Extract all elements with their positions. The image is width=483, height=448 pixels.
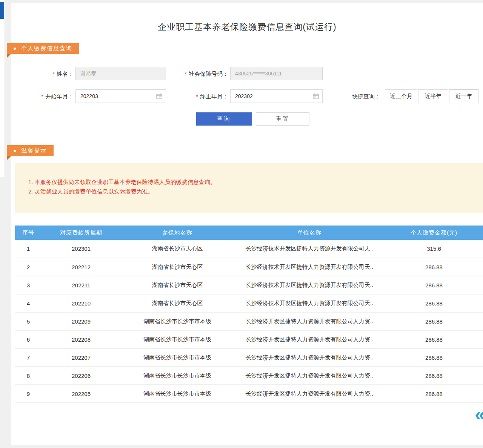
quick-last-3-months-button[interactable]: 近三个月 [385,89,417,103]
quick-query-label: 快捷查询： [352,93,380,100]
cell-amount: 286.88 [385,385,483,403]
cell-amount: 286.88 [385,367,483,385]
cell-period: 202205 [42,385,121,403]
required-asterisk: * [185,71,187,77]
table-row: 1202301湖南省长沙市天心区长沙经济技术开发区捷特人力资源开发有限公司天..… [15,240,483,258]
cell-amount: 315.6 [385,240,483,258]
cell-amount: 286.88 [385,330,483,348]
ribbon-fold [7,54,11,58]
end-month-input[interactable] [230,89,323,103]
cell-period: 202212 [42,258,121,276]
quick-last-year-button[interactable]: 近一年 [449,89,478,103]
page-title: 企业职工基本养老保险缴费信息查询(试运行) [11,21,483,33]
cell-company: 长沙经济技术开发区捷特人力资源开发有限公司天.. [234,240,385,258]
cell-amount: 286.88 [385,276,483,294]
col-header-area: 参保地名称 [121,226,234,240]
table-row: 7202207湖南省长沙市长沙市市本级长沙经济开发区捷特人力资源开发有限公司人力… [15,348,483,367]
cell-period: 202211 [42,276,121,294]
cell-period: 202210 [42,294,121,312]
required-asterisk: * [53,71,55,77]
notice-box: 1. 本服务仅提供尚未领取企业职工基本养老保险待遇人员的缴费信息查询。 2. 灵… [15,163,483,213]
cell-company: 长沙经济技术开发区捷特人力资源开发有限公司天.. [234,276,385,294]
start-month-label: *开始年月： [23,93,74,100]
double-left-chevron-icon[interactable]: « [475,405,483,423]
notice-line-1: 1. 本服务仅提供尚未领取企业职工基本养老保险待遇人员的缴费信息查询。 [28,177,483,187]
cell-area: 湖南省长沙市天心区 [121,294,234,312]
cell-seq: 6 [15,330,42,348]
table-row: 6202208湖南省长沙市长沙市市本级长沙经济开发区捷特人力资源开发有限公司人力… [15,330,483,348]
page: 企业职工基本养老保险缴费信息查询(试运行) 个人缴费信息查询 *姓名： *社会保… [0,0,483,448]
cell-company: 长沙经济开发区捷特人力资源开发有限公司人力资.. [234,312,385,330]
notice-line-2: 2. 灵活就业人员的缴费单位信息以实际缴费为准。 [28,187,483,196]
cell-seq: 7 [15,348,42,367]
name-field-wrap [75,67,166,80]
cell-seq: 5 [15,312,42,330]
cell-period: 202206 [42,367,121,385]
section-badge-label: 个人缴费信息查询 [21,45,72,52]
bullet-icon [14,48,16,50]
cell-area: 湖南省长沙市长沙市市本级 [121,312,234,330]
cell-seq: 2 [15,258,42,276]
table-body: 1202301湖南省长沙市天心区长沙经济技术开发区捷特人力资源开发有限公司天..… [15,240,483,403]
col-header-seq: 序号 [15,226,42,240]
cell-area: 湖南省长沙市长沙市市本级 [121,385,234,403]
bullet-icon [14,150,16,152]
query-button[interactable]: 查询 [196,112,252,126]
sidebar-blue-tab[interactable] [0,2,4,19]
ribbon-fold [7,156,11,160]
cell-company: 长沙经济开发区捷特人力资源开发有限公司人力资.. [234,385,385,403]
cell-company: 长沙经济开发区捷特人力资源开发有限公司人力资.. [234,367,385,385]
ssn-input[interactable] [230,67,323,80]
table-row: 4202210湖南省长沙市天心区长沙经济技术开发区捷特人力资源开发有限公司天..… [15,294,483,312]
cell-amount: 286.88 [385,312,483,330]
table-row: 3202211湖南省长沙市天心区长沙经济技术开发区捷特人力资源开发有限公司天..… [15,276,483,294]
cell-area: 湖南省长沙市天心区 [121,240,234,258]
section-badge-tips: 温馨提示 [7,145,54,156]
cell-company: 长沙经济开发区捷特人力资源开发有限公司人力资.. [234,348,385,367]
cell-area: 湖南省长沙市长沙市市本级 [121,330,234,348]
cell-amount: 286.88 [385,258,483,276]
table-row: 9202205湖南省长沙市长沙市市本级长沙经济开发区捷特人力资源开发有限公司人力… [15,385,483,403]
payment-table: 序号 对应费款所属期 参保地名称 单位名称 个人缴费金额(元) 1202301湖… [15,226,483,403]
end-month-label: *终止年月： [177,93,228,100]
ssn-field-wrap [230,67,323,80]
cell-area: 湖南省长沙市长沙市市本级 [121,348,234,367]
cell-amount: 286.88 [385,294,483,312]
cell-period: 202209 [42,312,121,330]
start-month-field-wrap [75,89,166,103]
left-rail [0,0,5,177]
cell-seq: 3 [15,276,42,294]
cell-period: 202208 [42,330,121,348]
name-label: *姓名： [23,71,74,78]
table-row: 2202212湖南省长沙市天心区长沙经济技术开发区捷特人力资源开发有限公司天..… [15,258,483,276]
cell-seq: 9 [15,385,42,403]
table-header-row: 序号 对应费款所属期 参保地名称 单位名称 个人缴费金额(元) [15,226,483,240]
col-header-amount: 个人缴费金额(元) [385,226,483,240]
section-badge-label: 温馨提示 [21,147,47,154]
col-header-period: 对应费款所属期 [42,226,121,240]
cell-area: 湖南省长沙市长沙市市本级 [121,367,234,385]
section-badge-personal-query: 个人缴费信息查询 [7,43,79,54]
ssn-label: *社会保障号码： [162,71,228,78]
name-input[interactable] [75,67,166,80]
required-asterisk: * [196,94,198,100]
cell-seq: 1 [15,240,42,258]
cell-company: 长沙经济开发区捷特人力资源开发有限公司人力资.. [234,330,385,348]
cell-company: 长沙经济技术开发区捷特人力资源开发有限公司天.. [234,258,385,276]
table-row: 5202209湖南省长沙市长沙市市本级长沙经济开发区捷特人力资源开发有限公司人力… [15,312,483,330]
cell-amount: 286.88 [385,348,483,367]
reset-button[interactable]: 重置 [256,112,309,126]
required-asterisk: * [42,94,43,100]
cell-area: 湖南省长沙市天心区 [121,276,234,294]
quick-last-half-year-button[interactable]: 近半年 [418,89,448,103]
end-month-field-wrap [230,89,323,103]
cell-period: 202207 [42,348,121,367]
start-month-input[interactable] [75,89,166,103]
cell-seq: 8 [15,367,42,385]
cell-seq: 4 [15,294,42,312]
cell-company: 长沙经济技术开发区捷特人力资源开发有限公司天.. [234,294,385,312]
cell-area: 湖南省长沙市天心区 [121,258,234,276]
col-header-company: 单位名称 [234,226,385,240]
cell-period: 202301 [42,240,121,258]
table-row: 8202206湖南省长沙市长沙市市本级长沙经济开发区捷特人力资源开发有限公司人力… [15,367,483,385]
